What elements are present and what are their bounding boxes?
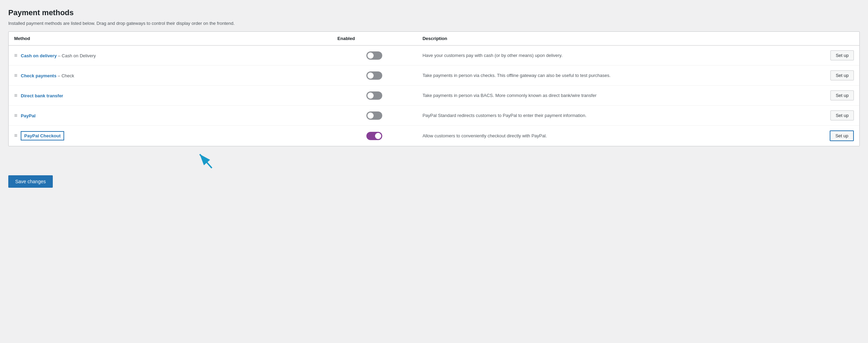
- action-cell-check-payments: Set up: [774, 66, 859, 86]
- method-cell-check-payments: ≡Check payments – Check: [9, 66, 332, 86]
- setup-button-check-payments[interactable]: Set up: [830, 70, 854, 80]
- method-suffix-check-payments: – Check: [57, 73, 74, 78]
- table-row: ≡Direct bank transferTake payments in pe…: [9, 86, 859, 106]
- method-name-paypal-checkout[interactable]: PayPal Checkout: [21, 131, 64, 140]
- description-cell-paypal-checkout: Allow customers to conveniently checkout…: [417, 126, 775, 146]
- setup-button-paypal[interactable]: Set up: [830, 110, 854, 120]
- arrow-icon: [188, 149, 215, 170]
- method-suffix-cash-on-delivery: – Cash on Delivery: [57, 53, 96, 58]
- column-header-description: Description: [417, 32, 775, 46]
- drag-handle-icon[interactable]: ≡: [14, 52, 17, 59]
- table-row: ≡PayPal CheckoutAllow customers to conve…: [9, 126, 859, 146]
- toggle-paypal[interactable]: [366, 111, 382, 120]
- toggle-direct-bank-transfer[interactable]: [366, 91, 382, 100]
- column-header-method: Method: [9, 32, 332, 46]
- description-text-paypal-checkout: Allow customers to conveniently checkout…: [423, 133, 547, 138]
- method-name-direct-bank-transfer[interactable]: Direct bank transfer: [21, 93, 63, 98]
- description-text-cash-on-delivery: Have your customers pay with cash (or by…: [423, 53, 563, 58]
- toggle-cash-on-delivery[interactable]: [366, 51, 382, 60]
- drag-handle-icon[interactable]: ≡: [14, 92, 17, 99]
- page-title: Payment methods: [8, 8, 860, 17]
- description-cell-direct-bank-transfer: Take payments in person via BACS. More c…: [417, 86, 775, 106]
- description-cell-check-payments: Take payments in person via checks. This…: [417, 66, 775, 86]
- table-row: ≡Cash on delivery – Cash on DeliveryHave…: [9, 46, 859, 66]
- method-name-check-payments[interactable]: Check payments: [21, 73, 56, 78]
- description-text-check-payments: Take payments in person via checks. This…: [423, 73, 611, 78]
- toggle-check-payments[interactable]: [366, 71, 382, 80]
- action-cell-paypal-checkout: Set up: [774, 126, 859, 146]
- drag-handle-icon[interactable]: ≡: [14, 72, 17, 79]
- svg-line-1: [200, 154, 212, 168]
- enabled-cell-cash-on-delivery: [332, 46, 417, 66]
- toggle-paypal-checkout[interactable]: [366, 132, 382, 140]
- setup-button-paypal-checkout[interactable]: Set up: [830, 130, 854, 141]
- method-name-paypal[interactable]: PayPal: [21, 113, 36, 118]
- table-row: ≡PayPalPayPal Standard redirects custome…: [9, 106, 859, 126]
- toggle-thumb: [367, 52, 374, 59]
- action-cell-direct-bank-transfer: Set up: [774, 86, 859, 106]
- description-cell-cash-on-delivery: Have your customers pay with cash (or by…: [417, 46, 775, 66]
- page-subtitle: Installed payment methods are listed bel…: [8, 21, 860, 26]
- action-cell-cash-on-delivery: Set up: [774, 46, 859, 66]
- enabled-cell-paypal: [332, 106, 417, 126]
- toggle-thumb: [375, 133, 381, 139]
- save-changes-button[interactable]: Save changes: [8, 175, 53, 188]
- action-cell-paypal: Set up: [774, 106, 859, 126]
- description-text-paypal: PayPal Standard redirects customers to P…: [423, 113, 586, 118]
- enabled-cell-direct-bank-transfer: [332, 86, 417, 106]
- table-row: ≡Check payments – CheckTake payments in …: [9, 66, 859, 86]
- toggle-thumb: [367, 92, 374, 99]
- method-name-cash-on-delivery[interactable]: Cash on delivery: [21, 53, 57, 58]
- column-header-enabled: Enabled: [332, 32, 417, 46]
- enabled-cell-check-payments: [332, 66, 417, 86]
- method-cell-paypal: ≡PayPal: [9, 106, 332, 126]
- toggle-thumb: [367, 72, 374, 79]
- enabled-cell-paypal-checkout: [332, 126, 417, 146]
- method-cell-cash-on-delivery: ≡Cash on delivery – Cash on Delivery: [9, 46, 332, 66]
- setup-button-cash-on-delivery[interactable]: Set up: [830, 50, 854, 60]
- method-cell-paypal-checkout: ≡PayPal Checkout: [9, 126, 332, 146]
- payment-methods-table: Method Enabled Description ≡Cash on deli…: [8, 31, 860, 146]
- arrow-annotation: [8, 149, 860, 170]
- description-cell-paypal: PayPal Standard redirects customers to P…: [417, 106, 775, 126]
- description-text-direct-bank-transfer: Take payments in person via BACS. More c…: [423, 93, 596, 98]
- method-cell-direct-bank-transfer: ≡Direct bank transfer: [9, 86, 332, 106]
- drag-handle-icon[interactable]: ≡: [14, 112, 17, 119]
- column-header-action: [774, 32, 859, 46]
- setup-button-direct-bank-transfer[interactable]: Set up: [830, 90, 854, 100]
- toggle-thumb: [367, 112, 374, 119]
- drag-handle-icon[interactable]: ≡: [14, 133, 17, 139]
